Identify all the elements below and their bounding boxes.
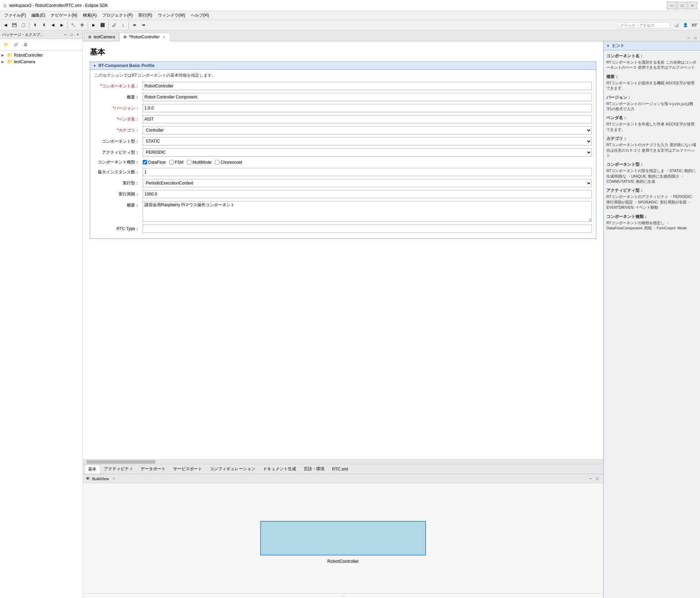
input-version[interactable] xyxy=(143,104,592,112)
checkbox-multimode-input[interactable] xyxy=(187,160,191,164)
menu-project[interactable]: プロジェクト(P) xyxy=(100,12,135,19)
input-abstract[interactable] xyxy=(143,93,592,101)
bottom-tab-serviceport[interactable]: サービスポート xyxy=(169,464,206,474)
toolbar-btn-9[interactable]: ⚙ xyxy=(78,21,86,29)
select-component-type[interactable]: STATIC UNIQUE COMMUTATIVE xyxy=(143,137,592,145)
bottom-tab-basic[interactable]: 基本 xyxy=(84,465,100,474)
bottom-tab-docgen[interactable]: ドキュメント生成 xyxy=(259,464,300,474)
menu-search[interactable]: 検索(A) xyxy=(80,12,100,19)
toolbar-btn-11[interactable]: ⬛ xyxy=(98,21,107,29)
label-execution-type: 実行型： xyxy=(94,180,143,186)
checkbox-choreonoid[interactable]: Choreonoid xyxy=(215,160,242,165)
resize-handle[interactable]: ⋯ xyxy=(341,594,345,598)
h-scroll-area[interactable] xyxy=(83,459,603,464)
tree-item-robotcontroller[interactable]: ▶ 📁 RobotController xyxy=(0,52,83,58)
input-vendor[interactable] xyxy=(143,115,592,123)
menu-navigate[interactable]: ナビゲート(N) xyxy=(48,12,80,19)
sidebar-header: パッケージ・エクスプ... ─ □ × xyxy=(0,30,83,39)
menu-file[interactable]: ファイル(F) xyxy=(1,12,29,19)
sidebar-tool-btn-1[interactable]: 📁 xyxy=(2,40,10,49)
toolbar-btn-10[interactable]: ▶ xyxy=(89,21,98,29)
bottom-tab-dataport[interactable]: データポート xyxy=(137,464,169,474)
sidebar-maximize-btn[interactable]: □ xyxy=(69,32,74,37)
hint-item-2: 概要： RTコンポーネントが提供する機能 ASCII文字が使用できます。 xyxy=(606,74,697,91)
toolbar-btn-14[interactable]: ⬅ xyxy=(130,21,139,29)
quick-access-input[interactable] xyxy=(618,22,670,28)
tab-robotcontroller[interactable]: ⚙ *RobotController × xyxy=(120,33,170,41)
menu-window[interactable]: ウィンドウ(W) xyxy=(155,12,188,19)
select-activity-type[interactable]: PERIODIC SPORADIC EVENTDRIVEN xyxy=(143,148,592,156)
label-component-name: *コンポーネント名： xyxy=(94,83,143,89)
input-component-name[interactable] xyxy=(143,82,592,90)
maximize-button[interactable]: □ xyxy=(677,2,687,9)
checkbox-multimode[interactable]: MultiMode xyxy=(187,160,211,165)
menu-run[interactable]: 実行(R) xyxy=(135,12,155,19)
folder-icon-1: 📁 xyxy=(7,53,12,58)
toolbar-btn-ide1[interactable]: 📊 xyxy=(672,21,681,29)
minimize-button[interactable]: ─ xyxy=(667,2,677,9)
build-view-minimize[interactable]: ─ xyxy=(587,476,594,482)
hint-item-3: バージョン： RTコンポーネントのバージョンを指 x.y.z(x,y,zは数字)… xyxy=(606,95,697,112)
checkbox-choreonoid-input[interactable] xyxy=(215,160,219,164)
sidebar-tool-btn-2[interactable]: 🔗 xyxy=(12,40,20,49)
tab-icon-testcamera: ⚙ xyxy=(88,35,92,39)
label-version: *バージョン： xyxy=(94,105,143,111)
toolbar-btn-6[interactable]: ◀ xyxy=(49,21,57,29)
checkbox-dataflow-input[interactable] xyxy=(143,160,147,164)
select-execution-type[interactable]: PeriodicExecutionContext xyxy=(143,179,592,187)
close-button[interactable]: × xyxy=(688,2,697,9)
input-rtc-type[interactable] xyxy=(143,225,592,233)
checkbox-dataflow[interactable]: DataFlow xyxy=(143,160,166,165)
toolbar-btn-7[interactable]: ▶ xyxy=(58,21,66,29)
hint-arrow-icon: ▼ xyxy=(606,44,610,48)
toolbar-btn-3[interactable]: 📋 xyxy=(19,21,28,29)
toolbar-btn-15[interactable]: ➡ xyxy=(139,21,148,29)
hint-term-3: バージョン： xyxy=(606,95,697,101)
bottom-tab-activity[interactable]: アクティビティ xyxy=(100,464,137,474)
tab-testcamera[interactable]: ⚙ testCamera xyxy=(84,33,119,41)
rtc-component-box[interactable] xyxy=(260,521,426,556)
toolbar-btn-5[interactable]: ⬇ xyxy=(40,21,48,29)
folder-icon-2: 📁 xyxy=(7,59,12,64)
sidebar-close-btn[interactable]: × xyxy=(75,32,81,37)
bottom-tab-config[interactable]: コンフィギュレーション xyxy=(206,464,259,474)
checkbox-fsm[interactable]: FSM xyxy=(169,160,183,165)
sidebar-tool-btn-3[interactable]: ☰ xyxy=(21,40,30,49)
hint-term-5: カテゴリ： xyxy=(606,136,697,142)
bottom-tab-lang[interactable]: 言語・環境 xyxy=(300,464,328,474)
bottom-tab-rtcxml[interactable]: RTC.xml xyxy=(328,465,352,473)
toolbar-btn-12[interactable]: 🖊 xyxy=(110,21,118,29)
editor-area: ⚙ testCamera ⚙ *RobotController × ─ □ 基本 xyxy=(83,30,700,598)
toolbar-btn-ide3[interactable]: RT xyxy=(690,21,699,29)
toolbar-btn-1[interactable]: ◀ xyxy=(1,21,10,29)
tab-maximize-btn[interactable]: □ xyxy=(692,35,699,41)
build-view-maximize[interactable]: □ xyxy=(594,476,600,482)
h-scroll-thumb[interactable] xyxy=(86,460,155,464)
input-execution-period[interactable] xyxy=(143,190,592,198)
label-category: *カテゴリ： xyxy=(94,127,143,133)
toolbar-btn-2[interactable]: 💾 xyxy=(10,21,19,29)
toolbar-btn-13[interactable]: ↕ xyxy=(119,21,127,29)
tab-minimize-btn[interactable]: ─ xyxy=(685,35,692,41)
textarea-description[interactable]: 講習会用Raspberry Piマウス操作コンポーネント xyxy=(143,201,592,222)
hint-desc-1: RTコンポーネントを識別する名前 この名称はコンポーネントのベース 使用できる文… xyxy=(606,60,697,70)
hint-item-6: コンポーネント型： RTコンポーネントの型を指定しま ・STATIC: 動的に生… xyxy=(606,162,697,184)
bottom-tab-strip: 基本 アクティビティ データポート サービスポート コンフィギュレーション ドキ… xyxy=(83,464,603,474)
tab-close-robotcontroller[interactable]: × xyxy=(162,35,167,39)
hint-header-label: ヒント xyxy=(612,43,624,49)
tree-item-testcamera[interactable]: ▶ 📁 testCamera xyxy=(0,58,83,65)
checkbox-fsm-input[interactable] xyxy=(169,160,174,164)
hint-header: ▼ ヒント xyxy=(604,41,700,50)
hint-panel: ▼ ヒント コンポーネント名： RTコンポーネントを識別する名前 この名称はコン… xyxy=(603,41,700,598)
input-max-instances[interactable] xyxy=(143,168,592,176)
toolbar-btn-ide2[interactable]: 👤 xyxy=(681,21,690,29)
sidebar-minimize-btn[interactable]: ─ xyxy=(63,32,68,37)
checkbox-row-component-kind: DataFlow FSM MultiMode xyxy=(143,160,242,165)
hint-term-7: アクティビティ型： xyxy=(606,188,697,193)
form-row-max-instances: 最大インスタンス数： xyxy=(94,168,592,176)
menu-help[interactable]: ヘルプ(H) xyxy=(188,12,212,19)
select-category[interactable]: Controller xyxy=(143,126,592,134)
toolbar-btn-4[interactable]: ⬆ xyxy=(31,21,39,29)
menu-edit[interactable]: 編集(E) xyxy=(29,12,48,19)
toolbar-btn-8[interactable]: 🔧 xyxy=(69,21,77,29)
